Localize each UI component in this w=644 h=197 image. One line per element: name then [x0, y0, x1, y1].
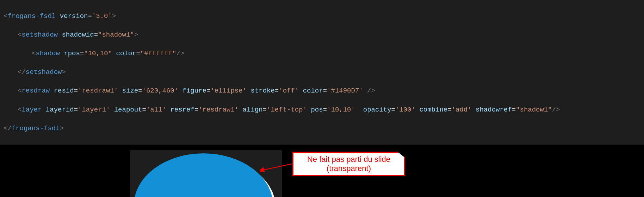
code-line: </frogans-fsdl> [4, 124, 640, 133]
arrow-icon [260, 162, 295, 173]
code-line: <resdraw resid='resdraw1' size='620,460'… [4, 86, 640, 96]
code-line: <shadow rpos="10,10" color="#ffffff"/> [4, 49, 640, 58]
code-line: </setshadow> [4, 68, 640, 77]
callout-text-line2: (transparent) [293, 164, 404, 173]
preview-area: Ne fait pas parti du slide (transparent) [0, 145, 644, 197]
code-line: <frogans-fsdl version='3.0'> [4, 12, 640, 21]
callout-text-line1: Ne fait pas parti du slide [293, 155, 404, 164]
code-editor[interactable]: <frogans-fsdl version='3.0'> <setshadow … [0, 0, 644, 145]
annotation-callout: Ne fait pas parti du slide (transparent) [292, 152, 405, 176]
code-line: <layer layerid='layer1' leapout='all' re… [4, 105, 640, 115]
svg-line-0 [264, 164, 292, 170]
render-preview [130, 150, 282, 197]
main-ellipse [134, 153, 273, 197]
code-line: <setshadow shadowid="shadow1"> [4, 30, 640, 40]
